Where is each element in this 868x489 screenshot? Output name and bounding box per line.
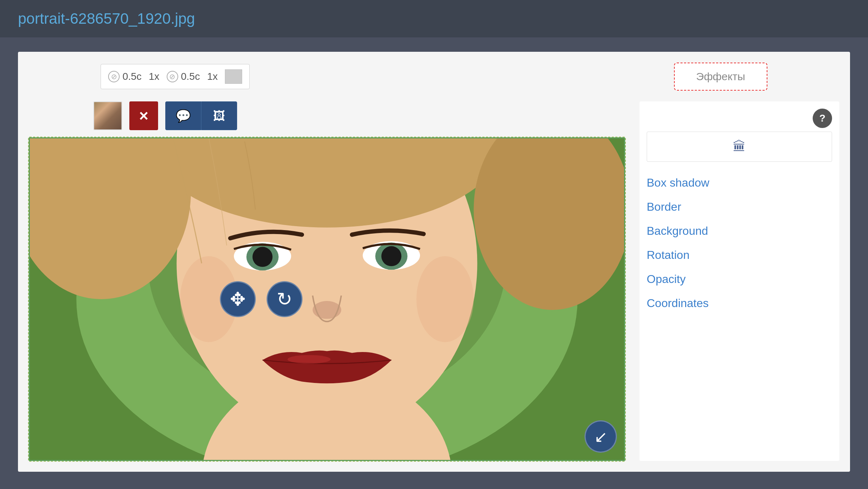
image-button[interactable]: 🖼 bbox=[201, 101, 237, 130]
svg-point-12 bbox=[253, 247, 273, 267]
effect-rotation[interactable]: Rotation bbox=[647, 245, 832, 265]
delete-icon: × bbox=[139, 107, 148, 125]
timer-2-icon[interactable]: ⊘ bbox=[167, 71, 178, 82]
svg-point-17 bbox=[416, 256, 474, 342]
svg-point-13 bbox=[381, 246, 401, 266]
effects-button[interactable]: Эффекты bbox=[674, 63, 767, 91]
effect-background[interactable]: Background bbox=[647, 221, 832, 241]
resize-handle[interactable]: ↙ bbox=[585, 420, 617, 453]
page-title: portrait-6286570_1920.jpg bbox=[18, 10, 195, 27]
sidebar-header: 🏛 bbox=[647, 132, 832, 162]
move-handle[interactable]: ✥ bbox=[220, 281, 256, 317]
timer-1-value: 0.5c bbox=[123, 71, 142, 82]
comment-button[interactable]: 💬 bbox=[165, 101, 201, 130]
sidebar: ? 🏛 Box shadow Border Background Rotatio… bbox=[640, 101, 839, 461]
effect-box-shadow[interactable]: Box shadow bbox=[647, 173, 832, 193]
comment-icon: 💬 bbox=[176, 109, 191, 123]
color-swatch[interactable] bbox=[225, 69, 242, 84]
repeat-2-value: 1x bbox=[207, 71, 218, 82]
help-button[interactable]: ? bbox=[813, 109, 832, 128]
main-area: ⊘ 0.5c 1x ⊘ 0.5c 1x Эффекты bbox=[18, 52, 850, 472]
thumbnail-preview bbox=[94, 102, 121, 129]
toolbar-controls: ⊘ 0.5c 1x ⊘ 0.5c 1x bbox=[101, 64, 250, 89]
move-icon: ✥ bbox=[230, 288, 246, 310]
image-canvas: ✥ ↻ ↙ bbox=[29, 137, 625, 461]
content-area: × 💬 🖼 bbox=[29, 101, 839, 461]
svg-point-14 bbox=[313, 301, 341, 319]
effect-border[interactable]: Border bbox=[647, 197, 832, 217]
rotate-icon: ↻ bbox=[277, 288, 292, 310]
repeat-2-group: 1x bbox=[207, 71, 218, 82]
help-container: ? bbox=[647, 109, 832, 128]
timer-2-group: ⊘ 0.5c bbox=[167, 71, 200, 82]
effect-opacity[interactable]: Opacity bbox=[647, 269, 832, 289]
effects-list: Box shadow Border Background Rotation Op… bbox=[647, 173, 832, 314]
toolbar: ⊘ 0.5c 1x ⊘ 0.5c 1x Эффекты bbox=[29, 63, 839, 91]
timer-1-icon[interactable]: ⊘ bbox=[108, 71, 120, 82]
thumbnail-row: × 💬 🖼 bbox=[29, 101, 625, 130]
delete-button[interactable]: × bbox=[129, 101, 158, 130]
timer-1-group: ⊘ 0.5c bbox=[108, 71, 142, 82]
image-section: × 💬 🖼 bbox=[29, 101, 625, 461]
resize-icon: ↙ bbox=[594, 428, 608, 446]
repeat-1-value: 1x bbox=[149, 71, 160, 82]
rotate-handle[interactable]: ↻ bbox=[267, 281, 303, 317]
building-icon: 🏛 bbox=[733, 139, 746, 154]
svg-point-15 bbox=[287, 355, 331, 364]
title-bar: portrait-6286570_1920.jpg bbox=[0, 0, 868, 37]
effect-coordinates[interactable]: Coordinates bbox=[647, 293, 832, 314]
action-buttons: 💬 🖼 bbox=[165, 101, 237, 130]
image-icon: 🖼 bbox=[213, 109, 225, 123]
portrait-svg bbox=[30, 138, 624, 460]
image-thumbnail[interactable] bbox=[93, 101, 122, 130]
timer-2-value: 0.5c bbox=[181, 71, 200, 82]
portrait-image bbox=[30, 138, 624, 460]
repeat-1-group: 1x bbox=[149, 71, 160, 82]
